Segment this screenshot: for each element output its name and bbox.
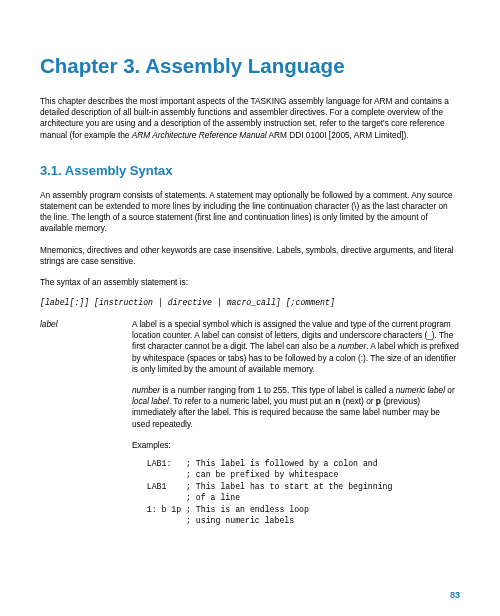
def-desc-1: A label is a special symbol which is ass… bbox=[132, 319, 460, 375]
def-term-empty bbox=[40, 385, 132, 430]
def2-em3: local label bbox=[132, 396, 169, 406]
def2-em1: number bbox=[132, 385, 160, 395]
para-1: An assembly program consists of statemen… bbox=[40, 190, 460, 235]
def2-c: . To refer to a numeric label, you must … bbox=[169, 396, 335, 406]
def-desc-2: number is a number ranging from 1 to 255… bbox=[132, 385, 460, 430]
code-example: LAB1: ; This label is followed by a colo… bbox=[132, 458, 460, 527]
def2-d: (next) or bbox=[340, 396, 376, 406]
para-2: Mnemonics, directives and other keywords… bbox=[40, 245, 460, 267]
syntax-line: [label[:]] [instruction | directive | ma… bbox=[40, 298, 460, 307]
examples-label: Examples: bbox=[132, 440, 460, 450]
chapter-title: Chapter 3. Assembly Language bbox=[40, 54, 460, 78]
def-term: label bbox=[40, 319, 132, 375]
def2-b: or bbox=[445, 385, 455, 395]
def2-a: is a number ranging from 1 to 255. This … bbox=[160, 385, 396, 395]
intro-emphasis: ARM Architecture Reference Manual bbox=[132, 130, 267, 140]
section-title: 3.1. Assembly Syntax bbox=[40, 163, 460, 178]
intro-paragraph: This chapter describes the most importan… bbox=[40, 96, 460, 141]
intro-tail: ARM DDI 0100I [2005, ARM Limited]). bbox=[267, 130, 409, 140]
definition-row-number: number is a number ranging from 1 to 255… bbox=[40, 385, 460, 430]
page-number: 83 bbox=[450, 590, 460, 600]
para-3: The syntax of an assembly statement is: bbox=[40, 277, 460, 288]
def2-em2: numeric label bbox=[396, 385, 445, 395]
def1-em1: number bbox=[338, 341, 366, 351]
definition-row-label: label A label is a special symbol which … bbox=[40, 319, 460, 375]
